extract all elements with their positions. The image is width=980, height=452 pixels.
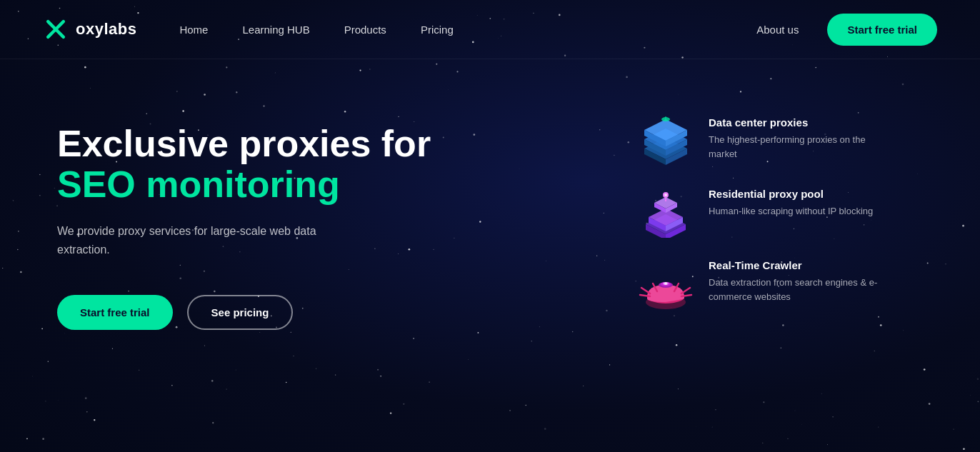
feature-title-datacenter: Data center proxies — [709, 116, 887, 129]
navbar: oxylabs Home Learning HUB Products Prici… — [0, 0, 980, 59]
logo-icon — [43, 16, 69, 42]
feature-title-crawler: Real-Time Crawler — [709, 259, 887, 271]
feature-title-residential: Residential proxy pool — [709, 188, 873, 200]
hero-title-line2: SEO monitoring — [57, 164, 637, 205]
hero-see-pricing-button[interactable]: See pricing — [187, 295, 294, 330]
feature-card-datacenter: Data center proxies The highest-performi… — [637, 116, 923, 166]
feature-desc-residential: Human-like scraping without IP blocking — [709, 204, 873, 219]
svg-point-3 — [664, 194, 667, 196]
nav-start-trial-button[interactable]: Start free trial — [827, 14, 937, 46]
logo[interactable]: oxylabs — [43, 16, 136, 42]
svg-line-9 — [641, 288, 650, 293]
hero-right: Data center proxies The highest-performi… — [637, 109, 923, 309]
hero-subtitle: We provide proxy services for large-scal… — [57, 222, 329, 258]
nav-links: Home Learning HUB Products Pricing — [179, 24, 756, 36]
crawler-icon — [637, 259, 694, 309]
feature-text-crawler: Real-Time Crawler Data extraction from s… — [709, 259, 887, 303]
hero-buttons: Start free trial See pricing — [57, 295, 637, 330]
residential-icon — [637, 188, 694, 238]
hero-title-line1: Exclusive proxies for — [57, 124, 637, 164]
hero-left: Exclusive proxies for SEO monitoring We … — [57, 109, 637, 330]
nav-pricing[interactable]: Pricing — [421, 24, 454, 36]
feature-card-residential: Residential proxy pool Human-like scrapi… — [637, 188, 923, 238]
svg-point-15 — [664, 282, 667, 285]
logo-text: oxylabs — [76, 20, 136, 39]
nav-right: About us Start free trial — [756, 14, 937, 46]
hero-start-trial-button[interactable]: Start free trial — [57, 295, 173, 330]
feature-text-residential: Residential proxy pool Human-like scrapi… — [709, 188, 873, 219]
svg-line-11 — [681, 288, 690, 293]
nav-learning-hub[interactable]: Learning HUB — [242, 24, 309, 36]
feature-card-crawler: Real-Time Crawler Data extraction from s… — [637, 259, 923, 309]
nav-products[interactable]: Products — [344, 24, 386, 36]
nav-home[interactable]: Home — [179, 24, 208, 36]
hero-section: Exclusive proxies for SEO monitoring We … — [0, 59, 980, 452]
feature-text-datacenter: Data center proxies The highest-performi… — [709, 116, 887, 161]
nav-about[interactable]: About us — [756, 24, 799, 36]
feature-desc-datacenter: The highest-performing proxies on the ma… — [709, 133, 887, 161]
datacenter-icon — [637, 116, 694, 166]
feature-desc-crawler: Data extraction from search engines & e-… — [709, 276, 887, 303]
